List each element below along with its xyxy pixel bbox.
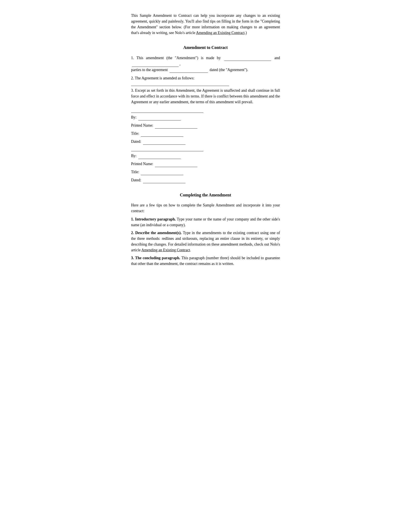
clause-2: 2. The Agreement is amended as follows:	[131, 75, 280, 81]
completing-section: Completing the Amendment Here are a few …	[131, 192, 280, 267]
main-title: Amendment to Contract	[131, 44, 280, 51]
sig1-title-label: Title:	[131, 131, 139, 136]
tip-3-bold: 3. The concluding paragraph.	[131, 256, 180, 260]
clause-1-suffix: ,	[179, 62, 181, 66]
tip-1-bold: 1. Introductory paragraph.	[131, 217, 176, 221]
completing-intro: Here are a few tips on how to complete t…	[131, 202, 280, 214]
completing-title: Completing the Amendment	[131, 192, 280, 198]
sig2-title-label: Title:	[131, 169, 139, 175]
signature-block-2: By: Printed Name: Title: Dated:	[131, 151, 280, 183]
sig1-by-row: By:	[131, 114, 280, 120]
clause-1-dated: dated (the "Agreement").	[210, 68, 248, 72]
sig2-by-label: By:	[131, 153, 137, 159]
clause-1-and: and	[274, 56, 280, 60]
amending-link-1[interactable]: Amending an Existing Contract	[196, 31, 244, 35]
sig2-name-row: Printed Name:	[131, 161, 280, 167]
tip-3: 3. The concluding paragraph. This paragr…	[131, 255, 280, 267]
clause-1-parties: parties to the agreement	[131, 68, 168, 72]
intro-text-2: .)	[245, 31, 247, 35]
tip-2-bold: 2. Describe the amendment(s).	[131, 231, 182, 235]
sig2-by-blank	[138, 153, 181, 159]
sig1-dated-blank	[143, 139, 186, 145]
sig2-divider	[131, 151, 203, 151]
sig1-title-blank	[141, 131, 183, 137]
tip-2-text2: .	[190, 248, 191, 252]
amending-link-2[interactable]: Amending an Existing Contract	[141, 248, 190, 252]
sig1-divider	[131, 113, 203, 113]
signature-block-1: By: Printed Name: Title: Dated:	[131, 113, 280, 145]
blank-date	[169, 67, 208, 73]
sig2-name-label: Printed Name:	[131, 161, 153, 167]
sig2-by-row: By:	[131, 153, 280, 159]
clause-3: 3. Except as set forth in this Amendment…	[131, 88, 280, 105]
sig2-title-row: Title:	[131, 169, 280, 175]
blank-party-1	[224, 55, 271, 61]
page: This Sample Amendment to Contract can he…	[114, 0, 297, 286]
sig1-name-label: Printed Name:	[131, 123, 153, 128]
sig2-title-blank	[141, 169, 183, 175]
sig1-name-row: Printed Name:	[131, 123, 280, 129]
sig1-by-label: By:	[131, 114, 137, 120]
clause-1: 1. This amendment (the "Amendment") is m…	[131, 55, 280, 73]
tip-1: 1. Introductory paragraph. Type your nam…	[131, 216, 280, 228]
sig2-dated-label: Dated:	[131, 177, 141, 183]
intro-paragraph: This Sample Amendment to Contract can he…	[131, 13, 280, 36]
sig1-title-row: Title:	[131, 131, 280, 137]
blank-party-2	[132, 61, 179, 67]
tip-2: 2. Describe the amendment(s). Type in th…	[131, 230, 280, 253]
amendment-line	[131, 86, 229, 86]
sig1-name-blank	[155, 123, 197, 129]
sig1-dated-label: Dated:	[131, 139, 141, 144]
sig1-dated-row: Dated:	[131, 139, 280, 145]
sig1-by-blank	[138, 114, 181, 120]
sig2-dated-blank	[143, 177, 186, 183]
clause-1-prefix: 1. This amendment (the "Amendment") is m…	[131, 56, 221, 60]
sig2-dated-row: Dated:	[131, 177, 280, 183]
sig2-name-blank	[155, 161, 197, 167]
